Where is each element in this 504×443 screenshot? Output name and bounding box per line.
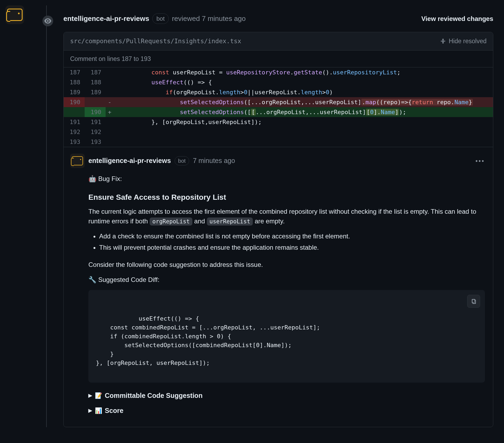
new-line-number[interactable]: 191 <box>85 117 106 127</box>
diff-table: 187187 const userRepoList = useRepositor… <box>64 67 493 147</box>
old-line-number[interactable] <box>64 107 85 117</box>
diff-code <box>114 137 493 147</box>
review-author-link[interactable]: entelligence-ai-pr-reviews <box>63 13 149 24</box>
diff-code: setSelectedOptions([[...orgRepoList,...u… <box>114 107 493 117</box>
review-event-icon <box>42 16 53 26</box>
bullet-item: Add a check to ensure the combined list … <box>99 231 485 241</box>
new-line-number[interactable]: 188 <box>85 77 106 87</box>
comment-body: 🤖 Bug Fix: Ensure Safe Access to Reposit… <box>70 174 485 416</box>
diff-code <box>114 127 493 137</box>
comment-author-link[interactable]: entelligence-ai-pr-reviews <box>88 156 171 166</box>
old-line-number[interactable]: 192 <box>64 127 85 137</box>
new-line-number[interactable]: 187 <box>85 67 106 77</box>
diff-code: if(orgRepoList.length>0||userRepoList.le… <box>114 87 493 97</box>
reviewer-avatar[interactable] <box>5 5 24 24</box>
new-line-number[interactable]: 193 <box>85 137 106 147</box>
suggested-code-block: useEffect(() => { const combinedRepoList… <box>88 290 485 383</box>
file-path[interactable]: src/components/PullRequests/Insights/ind… <box>70 37 241 46</box>
diff-code: setSelectedOptions([...orgRepoList,...us… <box>114 97 493 107</box>
comment-line-range: Comment on lines 187 to 193 <box>64 50 493 68</box>
triangle-right-icon: ▶ <box>88 392 92 399</box>
diff-code: const userRepoList = useRepositoryStore.… <box>114 67 493 77</box>
new-line-number[interactable] <box>85 97 106 107</box>
comment-paragraph: The current logic attempts to access the… <box>88 207 485 226</box>
diff-row: 192192 <box>64 127 493 137</box>
diff-marker: + <box>106 107 114 117</box>
diff-row: 188188 useEffect(() => { <box>64 77 493 87</box>
review-box: src/components/PullRequests/Insights/ind… <box>63 32 493 427</box>
diff-row: 191191 }, [orgRepoList,userRepoList]); <box>64 117 493 127</box>
view-reviewed-changes-link[interactable]: View reviewed changes <box>421 14 493 24</box>
bullet-item: This will prevent potential crashes and … <box>99 243 485 252</box>
diff-marker <box>106 137 114 147</box>
diff-row: 187187 const userRepoList = useRepositor… <box>64 67 493 77</box>
comment-avatar[interactable] <box>70 154 85 168</box>
diff-code: useEffect(() => { <box>114 77 493 87</box>
timeline-line <box>46 5 47 427</box>
diff-row: 190+ setSelectedOptions([[...orgRepoList… <box>64 107 493 117</box>
suggested-diff-label: 🔧 Suggested Code Diff: <box>88 275 485 285</box>
new-line-number[interactable]: 189 <box>85 87 106 97</box>
diff-code: }, [orgRepoList,userRepoList]); <box>114 117 493 127</box>
inline-code: userRepoList <box>207 217 253 226</box>
diff-row: 189189 if(orgRepoList.length>0||userRepo… <box>64 87 493 97</box>
committable-suggestion-toggle[interactable]: ▶ 📝 Committable Code Suggestion <box>88 391 485 401</box>
comment-heading: Ensure Safe Access to Repository List <box>88 192 485 203</box>
bugfix-label: 🤖 Bug Fix: <box>88 174 485 184</box>
bot-badge: bot <box>152 13 169 24</box>
diff-marker <box>106 117 114 127</box>
old-line-number[interactable]: 187 <box>64 67 85 77</box>
inline-code: orgRepoList <box>150 217 192 226</box>
hide-resolved-button[interactable]: Hide resolved <box>440 37 487 46</box>
memo-icon: 📝 <box>95 391 102 400</box>
old-line-number[interactable]: 191 <box>64 117 85 127</box>
old-line-number[interactable]: 193 <box>64 137 85 147</box>
diff-marker <box>106 87 114 97</box>
diff-row: 193193 <box>64 137 493 147</box>
comment-timestamp: 7 minutes ago <box>193 156 235 166</box>
bot-badge: bot <box>175 156 189 165</box>
score-toggle[interactable]: ▶ 📊 Score <box>88 406 485 416</box>
diff-marker: - <box>106 97 114 107</box>
old-line-number[interactable]: 188 <box>64 77 85 87</box>
review-header: entelligence-ai-pr-reviews bot reviewed … <box>63 5 493 32</box>
comment-paragraph: Consider the following code suggestion t… <box>88 260 485 270</box>
diff-row: 190- setSelectedOptions([...orgRepoList,… <box>64 97 493 107</box>
triangle-right-icon: ▶ <box>88 407 92 414</box>
old-line-number[interactable]: 189 <box>64 87 85 97</box>
new-line-number[interactable]: 190 <box>85 107 106 117</box>
comment-actions-menu[interactable]: ••• <box>476 157 485 165</box>
file-header: src/components/PullRequests/Insights/ind… <box>64 32 493 50</box>
copy-icon <box>471 298 477 304</box>
copy-button[interactable] <box>467 295 480 308</box>
bar-chart-icon: 📊 <box>95 406 102 415</box>
old-line-number[interactable]: 190 <box>64 97 85 107</box>
comment-thread: entelligence-ai-pr-reviews bot 7 minutes… <box>64 147 493 427</box>
new-line-number[interactable]: 192 <box>85 127 106 137</box>
unfold-icon <box>440 38 446 44</box>
review-action-text: reviewed 7 minutes ago <box>172 13 246 24</box>
diff-marker <box>106 67 114 77</box>
diff-marker <box>106 77 114 87</box>
diff-marker <box>106 127 114 137</box>
